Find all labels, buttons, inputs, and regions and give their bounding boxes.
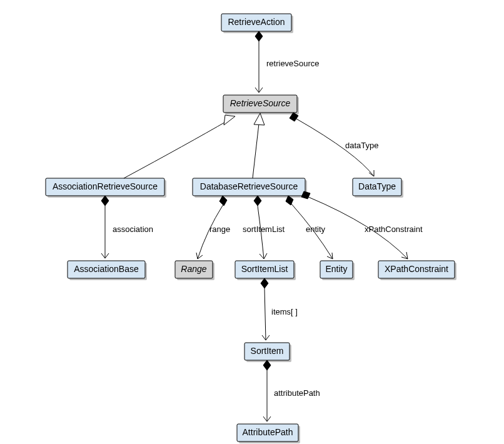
edge-dbrs-entity: entity [286, 196, 333, 259]
edge-items-label: items[ ] [271, 307, 298, 316]
edge-sortitem-attributepath: attributePath [263, 360, 320, 421]
node-association-retrieve-source-label: AssociationRetrieveSource [53, 181, 158, 191]
node-database-retrieve-source: DatabaseRetrieveSource [193, 178, 307, 198]
node-entity: Entity [320, 261, 355, 280]
edge-range-label: range [209, 225, 230, 234]
svg-line-28 [253, 124, 259, 178]
node-retrieve-action: RetrieveAction [221, 14, 293, 33]
node-sort-item: SortItem [244, 343, 291, 362]
uml-diagram: RetrieveAction RetrieveSource Associatio… [0, 0, 504, 444]
edge-datatype-label: dataType [345, 141, 379, 150]
node-retrieve-source-label: RetrieveSource [230, 98, 291, 108]
edge-entity-label: entity [306, 225, 326, 234]
edge-dbrs-sortitemlist: sortItemList [243, 196, 285, 259]
svg-marker-27 [224, 115, 235, 125]
svg-line-37 [265, 288, 266, 340]
edge-sortitemlist-label: sortItemList [243, 225, 285, 234]
node-xpath-constraint: XPathConstraint [378, 261, 456, 280]
edge-dbretrievesource-gen [253, 113, 265, 178]
svg-marker-29 [254, 113, 265, 125]
node-entity-label: Entity [325, 264, 347, 274]
edge-retrieveaction-retrievesource: retrieveSource [255, 31, 320, 93]
node-association-base: AssociationBase [68, 261, 147, 280]
node-sort-item-label: SortItem [251, 346, 284, 356]
edge-retrievesource-datatype: dataType [290, 113, 379, 176]
node-retrieve-action-label: RetrieveAction [228, 17, 285, 27]
node-sort-item-list-label: SortItemList [241, 264, 288, 274]
node-xpath-constraint-label: XPathConstraint [385, 264, 448, 274]
node-association-base-label: AssociationBase [74, 264, 139, 274]
edge-assocretrievesource-gen [124, 115, 235, 178]
edge-sortitemlist-sortitem: items[ ] [261, 278, 298, 340]
node-database-retrieve-source-label: DatabaseRetrieveSource [200, 181, 298, 191]
node-attribute-path-label: AttributePath [243, 427, 293, 437]
node-range: Range [175, 261, 214, 280]
edge-assocretrievesource-assocbase: association [101, 196, 153, 258]
node-range-label: Range [181, 264, 206, 274]
node-data-type-label: DataType [358, 181, 396, 191]
edge-retrievesource-label: retrieveSource [266, 59, 320, 68]
edge-dbrs-range: range [196, 196, 230, 259]
node-retrieve-source: RetrieveSource [223, 95, 299, 114]
node-sort-item-list: SortItemList [235, 261, 296, 280]
edge-attributepath-label: attributePath [274, 388, 320, 398]
edge-xpath-label: xPathConstraint [365, 225, 423, 234]
edge-association-label: association [113, 225, 153, 234]
node-attribute-path: AttributePath [237, 424, 300, 443]
node-association-retrieve-source: AssociationRetrieveSource [46, 178, 166, 198]
node-data-type: DataType [353, 178, 403, 198]
